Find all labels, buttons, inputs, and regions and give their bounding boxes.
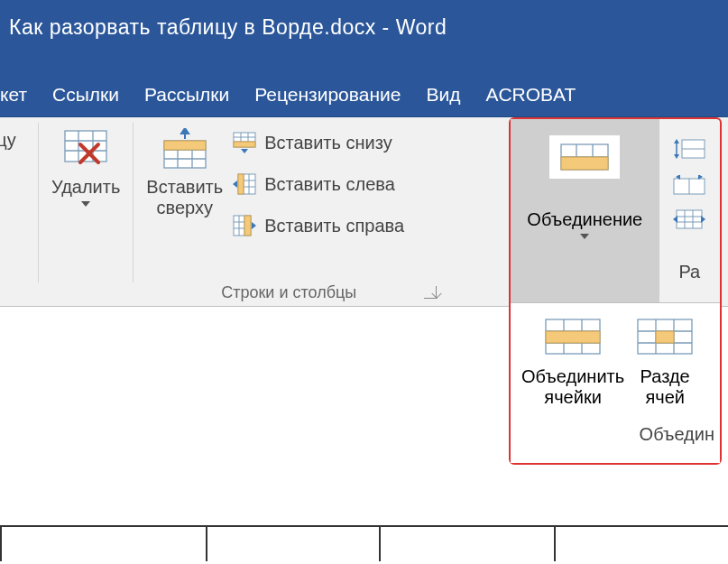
insert-right-button[interactable]: Вставить справа	[228, 211, 408, 240]
insert-row-below-icon	[232, 130, 257, 155]
insert-column-left-icon	[232, 171, 257, 197]
svg-rect-50	[677, 210, 702, 228]
table-delete-icon	[62, 126, 109, 173]
insert-row-above-icon	[161, 126, 208, 173]
insert-right-label: Вставить справа	[264, 216, 404, 236]
tab-references[interactable]: Ссылки	[52, 84, 119, 106]
insert-above-label: Вставить сверху	[146, 177, 223, 218]
autofit-button[interactable]	[669, 208, 709, 235]
distribute-rows-button[interactable]	[669, 135, 709, 162]
svg-rect-27	[238, 174, 244, 194]
group-delete: Удалить	[39, 117, 133, 306]
svg-marker-35	[252, 222, 256, 229]
tab-view[interactable]: Вид	[426, 84, 460, 106]
merge-cells-icon	[549, 135, 620, 179]
svg-rect-34	[244, 216, 251, 236]
merge-cells-item[interactable]: Объединить ячейки	[521, 316, 624, 408]
group-partial-left: цу	[0, 117, 38, 306]
insert-column-right-icon	[232, 213, 257, 238]
split-cells-item[interactable]: Разде ячей	[633, 316, 696, 408]
merge-cells-icon	[541, 316, 604, 357]
dropdown-arrow-icon	[580, 234, 589, 239]
tab-review[interactable]: Рецензирование	[254, 84, 401, 106]
insert-below-button[interactable]: Вставить снизу	[228, 128, 408, 157]
svg-rect-20	[234, 142, 255, 147]
svg-rect-70	[656, 331, 674, 343]
merge-dropdown-label: Объединение	[527, 209, 642, 230]
partial-button[interactable]: цу	[9, 123, 21, 154]
partial-button-label: цу	[0, 130, 16, 151]
merge-group-label-fragment: Объедин	[640, 424, 714, 445]
svg-rect-12	[164, 141, 206, 150]
document-title: Как разорвать таблицу в Ворде.docx - Wor…	[9, 15, 447, 40]
svg-marker-56	[701, 216, 705, 223]
svg-rect-64	[546, 331, 600, 343]
insert-below-label: Вставить снизу	[264, 133, 392, 153]
merge-dropdown-panel: Объединить ячейки Разде ячей Объедин	[511, 303, 720, 463]
delete-button-label: Удалить	[51, 177, 120, 198]
svg-marker-55	[673, 216, 677, 223]
dropdown-arrow-icon	[81, 201, 90, 207]
right-group-label-fragment: Ра	[678, 262, 700, 282]
svg-marker-21	[241, 149, 248, 153]
merge-cells-label: Объединить ячейки	[521, 366, 624, 408]
delete-button[interactable]: Удалить	[46, 123, 125, 210]
insert-left-label: Вставить слева	[264, 174, 395, 195]
document-table-border	[0, 525, 728, 561]
svg-rect-40	[561, 157, 608, 170]
insert-above-button[interactable]: Вставить сверху	[141, 123, 228, 222]
merge-group-highlight: Объединение Ра Объединить ячейки	[509, 117, 722, 465]
tab-mailings[interactable]: Рассылки	[144, 84, 229, 106]
tab-layout-partial[interactable]: кет	[0, 84, 27, 106]
svg-marker-14	[181, 128, 189, 134]
ribbon-tabstrip: кет Ссылки Рассылки Рецензирование Вид A…	[0, 54, 728, 117]
insert-left-button[interactable]: Вставить слева	[228, 170, 408, 199]
group-rows-columns: Вставить сверху Вставить снизу Вставить …	[134, 117, 444, 306]
distribute-cols-button[interactable]	[669, 171, 709, 199]
split-cells-label: Разде ячей	[640, 366, 690, 408]
dialog-launcher-icon[interactable]	[424, 286, 437, 299]
merge-right-column: Ра	[659, 119, 720, 302]
rows-columns-group-label: Строки и столбцы	[134, 283, 444, 302]
split-cells-icon	[633, 316, 696, 357]
merge-dropdown-button[interactable]: Объединение	[511, 119, 659, 302]
tab-acrobat[interactable]: ACROBAT	[485, 84, 576, 106]
svg-marker-28	[233, 180, 237, 188]
titlebar: Как разорвать таблицу в Ворде.docx - Wor…	[0, 0, 728, 54]
